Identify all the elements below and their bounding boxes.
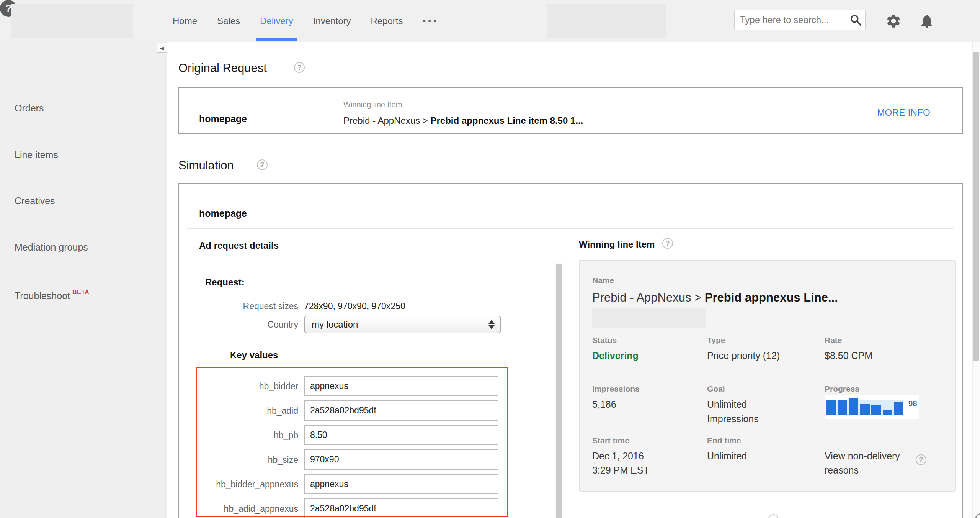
progress-bar-6 — [883, 410, 892, 415]
progress-bar-chart: 98 — [825, 395, 919, 419]
original-request-help-icon[interactable]: ? — [294, 62, 305, 73]
status-value: Delivering — [592, 350, 639, 361]
country-select[interactable]: my location — [304, 316, 501, 333]
ad-request-details-title: Ad request details — [199, 240, 279, 251]
rate-label: Rate — [825, 336, 842, 345]
winning-line-item-help-icon[interactable]: ? — [662, 238, 673, 249]
rate-value: $8.50 CPM — [825, 350, 872, 361]
key-value-input-hb_adid_appnexus[interactable] — [304, 498, 498, 518]
more-info-link[interactable]: MORE INFO — [877, 107, 930, 118]
settings-gear-icon[interactable] — [885, 13, 902, 29]
sidebar-item-troubleshoot[interactable]: TroubleshootBETA — [15, 288, 89, 302]
ad-manager-app: HomeSalesDeliveryInventoryReports••• ? O… — [0, 0, 980, 518]
progress-bar-1 — [826, 400, 836, 415]
key-label-hb_adid_appnexus: hb_adid_appnexus — [188, 503, 298, 514]
non-delivery-link-line1[interactable]: View non-delivery — [825, 450, 900, 462]
redacted-logo — [11, 4, 133, 38]
top-header-bar: HomeSalesDeliveryInventoryReports••• ? — [0, 0, 980, 42]
line-item-order-name: Prebid - AppNexus > — [592, 291, 705, 304]
nav-tab-inventory[interactable]: Inventory — [313, 0, 351, 42]
key-label-hb_size: hb_size — [188, 454, 298, 465]
request-label: Request: — [205, 277, 245, 288]
name-label: Name — [592, 276, 614, 285]
search-icon[interactable] — [849, 13, 862, 26]
progress-bar-7 — [894, 402, 903, 415]
country-select-value: my location — [305, 319, 486, 330]
sidebar-item-line-items[interactable]: Line items — [15, 149, 58, 161]
progress-bar-4 — [860, 404, 870, 415]
start-time-value-line1: Dec 1, 2016 — [592, 450, 644, 462]
simulation-ad-unit-name: homepage — [199, 208, 247, 219]
nav-tab-reports[interactable]: Reports — [371, 0, 403, 42]
notifications-bell-icon[interactable] — [919, 13, 935, 29]
panel-scrollbar[interactable] — [555, 262, 562, 518]
start-time-label: Start time — [592, 436, 629, 445]
goal-label: Goal — [707, 384, 725, 393]
impressions-label: Impressions — [592, 384, 640, 393]
key-label-hb_bidder_appnexus: hb_bidder_appnexus — [188, 479, 298, 490]
search-input[interactable] — [735, 15, 849, 25]
left-sidebar: OrdersLine itemsCreativesMediation group… — [0, 42, 167, 518]
sidebar-collapse-button[interactable]: ◀ — [157, 43, 167, 53]
beta-badge: BETA — [72, 289, 89, 295]
goal-value-line1: Unlimited — [707, 398, 747, 410]
non-delivery-help-icon[interactable]: ? — [916, 454, 926, 465]
key-value-input-hb_bidder_appnexus[interactable] — [304, 474, 498, 494]
request-sizes-value: 728x90, 970x90, 970x250 — [304, 301, 405, 311]
original-request-title: Original Request — [178, 61, 267, 76]
progress-label: Progress — [825, 384, 859, 393]
top-nav: HomeSalesDeliveryInventoryReports••• — [173, 0, 439, 42]
winning-line-item-panel: Name Prebid - AppNexus > Prebid appnexus… — [579, 260, 956, 492]
original-request-card: homepage Winning line Item Prebid - AppN… — [178, 87, 963, 134]
impressions-value: 5,186 — [592, 398, 616, 410]
key-values-label: Key values — [230, 350, 278, 361]
goal-value-line2: Impressions — [707, 413, 759, 425]
page-scrollbar-thumb[interactable] — [973, 52, 979, 361]
non-delivery-link-line2[interactable]: reasons — [825, 464, 859, 476]
winning-line-item-label: Winning line Item — [343, 100, 583, 109]
global-search[interactable] — [734, 10, 866, 30]
progress-percent-value: 98 — [908, 399, 917, 408]
end-time-value: Unlimited — [707, 450, 747, 462]
winning-line-item-summary: Winning line Item Prebid - AppNexus > Pr… — [343, 100, 583, 126]
progress-bar-2 — [838, 400, 847, 415]
key-value-input-hb_size[interactable] — [304, 449, 498, 470]
winning-line-item-order: Prebid - AppNexus > — [343, 115, 430, 126]
ad-unit-name: homepage — [199, 113, 247, 125]
simulation-help-icon[interactable]: ? — [257, 159, 268, 170]
divider — [187, 228, 954, 229]
key-value-input-hb_bidder[interactable] — [304, 376, 498, 396]
start-time-value-line2: 3:29 PM EST — [592, 464, 649, 476]
progress-bar-5 — [871, 405, 881, 415]
nav-tab-sales[interactable]: Sales — [217, 0, 240, 42]
ad-request-details-panel: Request: Request sizes 728x90, 970x90, 9… — [188, 261, 565, 518]
sidebar-item-creatives[interactable]: Creatives — [15, 195, 55, 207]
simulation-title: Simulation — [178, 158, 234, 173]
select-arrows-icon — [486, 320, 497, 329]
country-label: Country — [188, 319, 298, 330]
redacted-detail — [592, 308, 706, 328]
sidebar-item-orders[interactable]: Orders — [15, 102, 44, 114]
sidebar-item-mediation-groups[interactable]: Mediation groups — [15, 241, 88, 253]
line-item-name: Prebid appnexus Line... — [705, 291, 838, 304]
nav-tab-delivery[interactable]: Delivery — [260, 0, 293, 42]
key-label-hb_adid: hb_adid — [188, 405, 298, 416]
redacted-network-name — [547, 4, 666, 38]
request-sizes-label: Request sizes — [188, 301, 298, 311]
panel-scrollbar-thumb[interactable] — [556, 264, 562, 518]
key-value-input-hb_adid[interactable] — [304, 400, 498, 421]
key-label-hb_bidder: hb_bidder — [188, 381, 298, 392]
nav-tab-more[interactable]: ••• — [423, 0, 439, 42]
winning-line-item-heading: Winning line Item — [579, 239, 655, 250]
status-label: Status — [592, 336, 617, 345]
winning-line-item-name: Prebid appnexus Line item 8.50 1... — [430, 115, 583, 126]
nav-tab-home[interactable]: Home — [173, 0, 197, 42]
key-label-hb_pb: hb_pb — [188, 430, 298, 441]
end-time-label: End time — [707, 436, 741, 445]
key-value-input-hb_pb[interactable] — [304, 425, 498, 445]
type-value: Price priority (12) — [707, 350, 780, 361]
type-label: Type — [707, 336, 725, 345]
progress-bar-3 — [849, 398, 858, 415]
